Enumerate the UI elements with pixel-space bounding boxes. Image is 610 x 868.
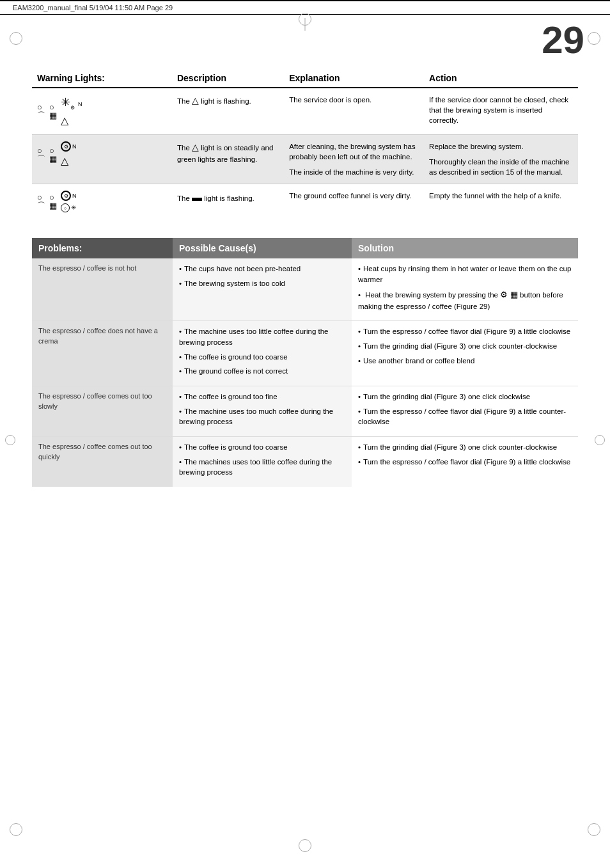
triangle-flash-icon: △ [61, 114, 68, 128]
problems-header-row: Problems: Possible Cause(s) Solution [32, 238, 578, 258]
mid-mark-right [595, 435, 605, 445]
icon-cluster-2: ○⌒ ○▦ ⚙ N △ [37, 141, 167, 168]
cause-1-1: The cups have not been pre-heated [179, 264, 345, 274]
icon-col-left: ○⌒ [37, 103, 45, 120]
desc-text-prefix: The [177, 97, 192, 105]
funnel-flash-icon: ○ ✳ [61, 203, 76, 212]
icon-col-mid: ○▦ [49, 103, 57, 120]
warning-row-1-desc: The △ light is flashing. [172, 88, 284, 135]
icon-col3-mid: ○▦ [49, 193, 57, 210]
desc-text-suffix: light is flashing. [201, 97, 251, 105]
problems-col-2: Possible Cause(s) [173, 238, 352, 258]
line-icon-desc: ▬ [192, 192, 202, 203]
solution-4-2: Turn the espresso / coffee flavor dial (… [358, 457, 572, 468]
icon-col2-right: ⚙ N △ [61, 141, 77, 168]
cause-2-2: The coffee is ground too coarse [179, 352, 345, 363]
corner-mark-tr [588, 32, 600, 45]
problem-3-causes: The coffee is ground too fine The machin… [173, 386, 352, 437]
solution-1-1: Heat cups by rinsing them in hot water o… [358, 264, 572, 285]
bottom-center-mark [299, 839, 311, 852]
cause-3-1: The coffee is ground too fine [179, 391, 345, 402]
circle3-icon: ○▦ [49, 193, 57, 210]
icon-col2-mid: ○▦ [49, 146, 57, 163]
solution-3-2: Turn the espresso / coffee flavor dial (… [358, 406, 572, 427]
cause-4-2: The machines uses too little coffee duri… [179, 457, 345, 478]
warning-row-2-action: Replace the brewing system. Thoroughly c… [424, 135, 578, 184]
solution-2-3: Use another brand or coffee blend [358, 356, 572, 367]
mid-mark-left [5, 435, 15, 445]
problem-row-4: The espresso / coffee comes out too quic… [32, 437, 578, 487]
cause-1-2: The brewing system is too cold [179, 278, 345, 289]
warning-row-3-lights: ○⌒ ○▦ ⚙ N ○ [32, 184, 172, 219]
problem-4-solutions: Turn the grinding dial (Figure 3) one cl… [352, 437, 578, 487]
solution-1-2: Heat the brewing system by pressing the … [358, 289, 572, 312]
warning-row-1-explanation: The service door is open. [284, 88, 424, 135]
problem-row-3: The espresso / coffee comes out too slow… [32, 386, 578, 437]
gear-flash-icon: ✳⚙ N [61, 95, 82, 111]
warning-row-2: ○⌒ ○▦ ⚙ N △ [32, 135, 578, 184]
cause-4-1: The coffee is ground too coarse [179, 442, 345, 453]
circle-icon: ○▦ [49, 103, 57, 120]
icon-col3-right: ⚙ N ○ ✳ [61, 191, 77, 212]
warning-col-header-2: Description [172, 69, 284, 88]
gear2-icon: ⚙ N [61, 141, 77, 152]
explanation-line-1: After cleaning, the brewing system has p… [289, 141, 419, 162]
gear3-icon: ⚙ N [61, 191, 77, 201]
desc2-prefix: The [177, 144, 192, 152]
warning-row-1-action: If the service door cannot be closed, ch… [424, 88, 578, 135]
content-area: Warning Lights: Description Explanation … [0, 63, 610, 506]
icon-cluster-3: ○⌒ ○▦ ⚙ N ○ [37, 191, 167, 212]
corner-mark-br [588, 823, 600, 836]
icon-col3-left: ○⌒ [37, 193, 45, 210]
problem-2-causes: The machine uses too little coffee durin… [173, 321, 352, 386]
warning-row-1-lights: ○⌒ ○▦ ✳⚙ N △ [32, 88, 172, 135]
warning-col-header-4: Action [424, 69, 578, 88]
warning-row-3-desc: The ▬ light is flashing. [172, 184, 284, 219]
problem-4-label: The espresso / coffee comes out too quic… [32, 437, 173, 487]
problem-2-label: The espresso / coffee does not have a cr… [32, 321, 173, 386]
problem-2-solutions: Turn the espresso / coffee flavor dial (… [352, 321, 578, 386]
problem-3-label: The espresso / coffee comes out too slow… [32, 386, 173, 437]
cause-2-3: The ground coffee is not correct [179, 366, 345, 377]
warning-row-3-action: Empty the funnel with the help of a knif… [424, 184, 578, 219]
header-filename: EAM3200_manual_final 5/19/04 11:50 AM Pa… [13, 4, 597, 12]
problems-col-3: Solution [352, 238, 578, 258]
circle2-icon: ○▦ [49, 146, 57, 163]
warning-row-3: ○⌒ ○▦ ⚙ N ○ [32, 184, 578, 219]
corner-mark-bl [10, 823, 22, 836]
action-line-1: Replace the brewing system. [429, 141, 573, 152]
problem-row-2: The espresso / coffee does not have a cr… [32, 321, 578, 386]
desc3-prefix: The [177, 194, 192, 202]
problem-row-1: The espresso / coffee is not hot The cup… [32, 258, 578, 320]
problems-col-1: Problems: [32, 238, 173, 258]
page-container: EAM3200_manual_final 5/19/04 11:50 AM Pa… [0, 0, 610, 868]
cause-3-2: The machine uses too much coffee during … [179, 406, 345, 427]
solution-2-1: Turn the espresso / coffee flavor dial (… [358, 326, 572, 337]
cause-2-1: The machine uses too little coffee durin… [179, 326, 345, 347]
solution-4-1: Turn the grinding dial (Figure 3) one cl… [358, 442, 572, 453]
warning-col-header-1: Warning Lights: [32, 69, 172, 88]
warning-table: Warning Lights: Description Explanation … [32, 69, 578, 219]
triangle2-icon-desc: △ [192, 142, 199, 152]
problem-3-solutions: Turn the grinding dial (Figure 3) one cl… [352, 386, 578, 437]
desc3-suffix: light is flashing. [204, 194, 254, 202]
solution-2-2: Turn the grinding dial (Figure 3) one cl… [358, 341, 572, 352]
action-line-2: Thoroughly clean the inside of the machi… [429, 157, 573, 177]
solution-3-1: Turn the grinding dial (Figure 3) one cl… [358, 391, 572, 402]
warning-row-2-explanation: After cleaning, the brewing system has p… [284, 135, 424, 184]
icon-col2-left: ○⌒ [37, 146, 45, 163]
top-center-circle [299, 13, 311, 26]
icon-cluster-1: ○⌒ ○▦ ✳⚙ N △ [37, 95, 167, 128]
problem-1-label: The espresso / coffee is not hot [32, 258, 173, 320]
corner-mark-tl [10, 32, 22, 45]
problem-1-causes: The cups have not been pre-heated The br… [173, 258, 352, 320]
warning-row-1: ○⌒ ○▦ ✳⚙ N △ [32, 88, 578, 135]
warning-row-3-explanation: The ground coffee funnel is very dirty. [284, 184, 424, 219]
warning-row-2-lights: ○⌒ ○▦ ⚙ N △ [32, 135, 172, 184]
problem-1-solutions: Heat cups by rinsing them in hot water o… [352, 258, 578, 320]
warning-col-header-3: Explanation [284, 69, 424, 88]
triangle-icon-desc: △ [192, 95, 199, 106]
problems-table: Problems: Possible Cause(s) Solution The… [32, 238, 578, 487]
icon-col-right: ✳⚙ N △ [61, 95, 82, 128]
cup3-icon: ○⌒ [37, 193, 45, 210]
